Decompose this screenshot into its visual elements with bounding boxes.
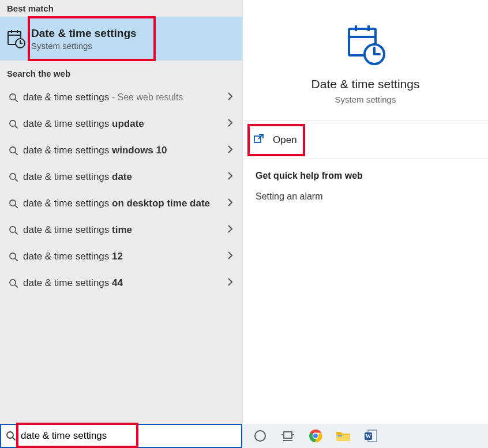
web-result-item[interactable]: date & time settings 44: [0, 270, 242, 296]
svg-line-8: [15, 99, 17, 101]
search-icon: [6, 278, 21, 288]
web-result-item[interactable]: date & time settings 12: [0, 243, 242, 270]
search-web-header: Search the web: [0, 65, 242, 82]
open-button[interactable]: Open: [243, 121, 488, 159]
chevron-right-icon[interactable]: [225, 145, 235, 156]
search-icon: [6, 225, 21, 235]
best-match-subtitle: System settings: [31, 41, 137, 51]
web-result-item[interactable]: date & time settings on desktop time dat…: [0, 190, 242, 217]
web-result-item[interactable]: date & time settings update: [0, 111, 242, 137]
svg-line-18: [15, 232, 17, 234]
detail-panel: Date & time settings System settings Ope…: [242, 0, 488, 424]
chevron-right-icon[interactable]: [225, 119, 235, 129]
web-result-text: date & time settings update: [21, 118, 225, 130]
svg-point-11: [9, 146, 15, 152]
web-result-text: date & time settings time: [21, 224, 225, 236]
web-result-text: date & time settings date: [21, 171, 225, 183]
svg-line-16: [15, 205, 17, 208]
search-icon: [6, 252, 21, 262]
chevron-right-icon[interactable]: [225, 278, 235, 288]
web-result-text: date & time settings on desktop time dat…: [21, 197, 225, 209]
search-icon: [6, 172, 21, 182]
date-time-icon: [5, 29, 28, 48]
svg-line-20: [15, 258, 17, 261]
svg-rect-35: [284, 432, 292, 438]
svg-point-7: [9, 93, 15, 99]
quick-help-header: Get quick help from web: [256, 171, 475, 181]
svg-point-41: [313, 434, 318, 438]
chevron-right-icon[interactable]: [225, 251, 235, 262]
date-time-icon: [343, 22, 388, 69]
chevron-right-icon[interactable]: [225, 198, 235, 209]
web-result-text: date & time settings - See web results: [21, 91, 225, 103]
search-icon: [6, 119, 21, 129]
task-view-icon[interactable]: [280, 428, 295, 443]
search-icon: [1, 431, 21, 441]
web-result-item[interactable]: date & time settings date: [0, 164, 242, 190]
taskbar: W: [242, 424, 488, 448]
svg-line-33: [13, 438, 16, 441]
open-icon: [253, 133, 265, 147]
search-input[interactable]: [21, 430, 241, 442]
svg-text:W: W: [366, 433, 371, 439]
search-icon: [6, 199, 21, 209]
svg-point-19: [9, 253, 15, 258]
file-explorer-icon[interactable]: [336, 428, 351, 443]
svg-point-32: [7, 432, 13, 438]
svg-point-15: [9, 199, 15, 205]
web-result-text: date & time settings 44: [21, 277, 225, 289]
best-match-header: Best match: [0, 0, 242, 17]
svg-point-21: [9, 279, 15, 285]
search-icon: [6, 146, 21, 156]
svg-line-10: [15, 126, 17, 128]
svg-point-17: [9, 226, 15, 232]
web-result-text: date & time settings 12: [21, 250, 225, 262]
svg-point-9: [9, 120, 15, 126]
chevron-right-icon[interactable]: [225, 225, 235, 235]
chrome-icon[interactable]: [308, 428, 323, 443]
quick-help-item[interactable]: Setting an alarm: [256, 191, 475, 202]
svg-point-34: [255, 431, 265, 441]
search-icon: [6, 93, 21, 103]
best-match-text: Date & time settings System settings: [31, 27, 137, 51]
svg-line-22: [15, 285, 17, 287]
quick-help-section: Get quick help from web Setting an alarm: [243, 159, 488, 213]
web-results-list: date & time settings - See web resultsda…: [0, 84, 242, 296]
detail-title: Date & time settings: [311, 77, 420, 91]
best-match-result[interactable]: Date & time settings System settings: [0, 17, 242, 61]
svg-point-13: [9, 173, 15, 179]
word-icon[interactable]: W: [363, 428, 378, 443]
web-result-item[interactable]: date & time settings - See web results: [0, 84, 242, 111]
svg-line-12: [15, 152, 17, 155]
search-results-panel: Best match Date & time settings System s…: [0, 0, 242, 424]
web-result-item[interactable]: date & time settings time: [0, 217, 242, 243]
svg-line-14: [15, 179, 17, 181]
web-result-text: date & time settings windows 10: [21, 144, 225, 156]
open-label: Open: [273, 134, 297, 146]
chevron-right-icon[interactable]: [225, 92, 235, 103]
detail-hero: Date & time settings System settings: [243, 0, 488, 121]
web-result-item[interactable]: date & time settings windows 10: [0, 137, 242, 164]
detail-subtitle: System settings: [335, 95, 396, 104]
cortana-icon[interactable]: [253, 428, 268, 443]
svg-rect-42: [337, 435, 342, 436]
search-bar[interactable]: [0, 424, 242, 448]
chevron-right-icon[interactable]: [225, 172, 235, 182]
best-match-title: Date & time settings: [31, 27, 137, 40]
